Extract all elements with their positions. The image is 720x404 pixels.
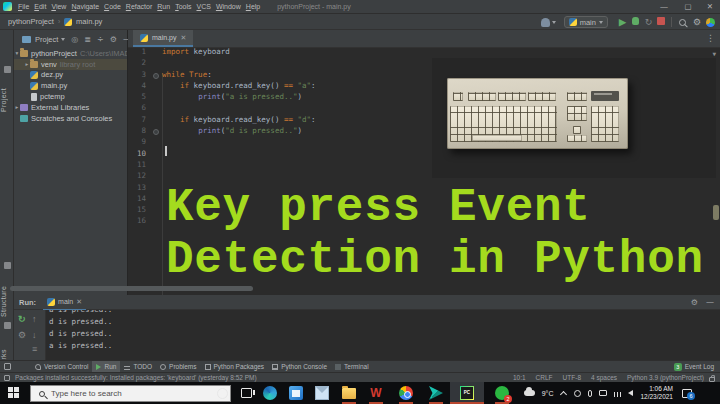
- close-button[interactable]: ✕: [702, 0, 718, 14]
- rerun-icon[interactable]: ↻: [18, 314, 26, 324]
- microsoft-store-icon[interactable]: [289, 386, 303, 400]
- clock[interactable]: 1:06 AM 12/23/2021: [640, 385, 673, 401]
- fold-icon[interactable]: [153, 129, 159, 135]
- quick-share-icon[interactable]: [429, 386, 443, 400]
- expand-all-icon[interactable]: ≣: [84, 35, 91, 44]
- status-segment[interactable]: 4 spaces: [591, 374, 617, 381]
- code-with-me-icon[interactable]: [706, 18, 715, 27]
- menu-edit[interactable]: Edit: [34, 3, 46, 10]
- ime-icon[interactable]: [599, 390, 607, 396]
- chrome-icon[interactable]: [399, 386, 413, 400]
- stop-button[interactable]: [655, 17, 668, 27]
- network-icon[interactable]: [614, 392, 621, 397]
- start-button[interactable]: [8, 387, 19, 398]
- close-icon[interactable]: ✕: [181, 34, 187, 42]
- task-view-icon[interactable]: [241, 388, 252, 398]
- menu-tools[interactable]: Tools: [175, 3, 191, 10]
- stripe-project-label[interactable]: Project: [0, 76, 14, 112]
- collapse-all-icon[interactable]: ÷: [97, 35, 104, 44]
- taskbar-search[interactable]: Type here to search: [30, 385, 231, 402]
- tool-window-python-packages[interactable]: Python Packages: [201, 361, 269, 373]
- project-panel-title[interactable]: Project: [35, 35, 58, 44]
- coverage-button[interactable]: ↻: [642, 17, 655, 27]
- status-segment[interactable]: 10:1: [513, 374, 526, 381]
- menu-run[interactable]: Run: [157, 3, 170, 10]
- line-number: 12: [128, 170, 146, 181]
- tray-icon-battery[interactable]: [574, 390, 581, 397]
- tab-main-py[interactable]: main.py ✕: [133, 30, 193, 47]
- menu-help[interactable]: Help: [246, 3, 260, 10]
- wps-office-icon[interactable]: W: [369, 386, 383, 400]
- tool-window-run[interactable]: Run: [92, 361, 120, 373]
- volume-icon[interactable]: [628, 390, 633, 396]
- libraries-icon: [20, 104, 28, 111]
- edge-browser-icon[interactable]: [263, 386, 277, 400]
- fold-icon[interactable]: [153, 73, 159, 79]
- tool-window-python-console[interactable]: Python Console: [268, 361, 331, 373]
- tree-item-venv[interactable]: ▸venvlibrary root: [14, 59, 127, 70]
- tool-window-todo[interactable]: TODO: [120, 361, 156, 373]
- run-tab-main[interactable]: main ✕: [43, 295, 86, 310]
- menu-view[interactable]: View: [51, 3, 66, 10]
- whatsapp-icon[interactable]: 2: [495, 386, 509, 400]
- run-config-selector[interactable]: main: [564, 16, 608, 28]
- menu-file[interactable]: File: [18, 3, 29, 10]
- notification-center-icon[interactable]: 6: [682, 389, 692, 398]
- file-explorer-icon[interactable]: [342, 388, 356, 399]
- tree-item-dez-py[interactable]: dez.py: [14, 70, 127, 81]
- pycharm-icon[interactable]: PC: [460, 386, 474, 400]
- run-button[interactable]: ▶: [616, 17, 629, 27]
- stripe-structure-label[interactable]: Structure: [0, 271, 14, 317]
- status-message[interactable]: Packages installed successfully: Install…: [15, 374, 257, 381]
- cortana-icon[interactable]: [217, 388, 228, 399]
- breadcrumb-file[interactable]: main.py: [76, 17, 102, 26]
- mail-icon[interactable]: [315, 386, 329, 400]
- menu-code[interactable]: Code: [104, 3, 121, 10]
- search-everywhere-icon[interactable]: [679, 19, 686, 26]
- menu-refactor[interactable]: Refactor: [126, 3, 152, 10]
- locate-file-icon[interactable]: ◎: [71, 35, 78, 44]
- settings-wrench-icon[interactable]: ⚙: [18, 330, 26, 340]
- tree-item-external-libraries[interactable]: ▸External Libraries: [14, 102, 127, 113]
- status-segment[interactable]: Python 3.9 (pythonProject): [627, 374, 704, 381]
- settings-gear-icon[interactable]: ⚙: [110, 35, 117, 44]
- console-output[interactable]: a is pressed..d is pressed..d is pressed…: [46, 310, 720, 360]
- debug-button[interactable]: [629, 17, 642, 27]
- settings-gear-icon[interactable]: ⚙: [693, 17, 701, 27]
- tree-item-main-py[interactable]: main.py: [14, 80, 127, 91]
- menu-window[interactable]: Window: [216, 3, 241, 10]
- tool-window-switcher-icon[interactable]: [4, 363, 11, 370]
- down-stack-icon[interactable]: ↓: [32, 330, 37, 340]
- hide-panel-icon[interactable]: —: [706, 298, 714, 307]
- microphone-icon[interactable]: [588, 390, 592, 397]
- tool-window-terminal[interactable]: Terminal: [331, 361, 373, 373]
- user-icon[interactable]: [541, 18, 550, 27]
- breadcrumb-project[interactable]: pythonProject: [8, 17, 54, 26]
- chevron-up-icon[interactable]: [560, 390, 567, 397]
- up-arrow-key: [573, 126, 581, 134]
- close-icon[interactable]: ✕: [76, 298, 82, 306]
- up-stack-icon[interactable]: ↑: [32, 314, 37, 324]
- maximize-button[interactable]: ▢: [680, 0, 696, 14]
- chevron-down-icon[interactable]: ▼: [712, 50, 716, 57]
- status-segment[interactable]: UTF-8: [563, 374, 581, 381]
- status-segment[interactable]: CRLF: [536, 374, 553, 381]
- python-icon: [569, 18, 577, 26]
- settings-gear-icon[interactable]: ⚙: [691, 298, 698, 307]
- tool-window-label: Terminal: [344, 363, 369, 370]
- weather-cloud-icon[interactable]: [524, 390, 535, 396]
- menu-navigate[interactable]: Navigate: [71, 3, 99, 10]
- lock-icon[interactable]: [709, 377, 715, 382]
- tool-window-problems[interactable]: Problems: [156, 361, 200, 373]
- soft-wrap-icon[interactable]: ≡: [32, 344, 37, 354]
- scrollbar-thumb[interactable]: [713, 205, 719, 220]
- menu-vcs[interactable]: VCS: [197, 3, 211, 10]
- more-options-icon[interactable]: ⋮: [706, 33, 715, 43]
- event-log-button[interactable]: 3 Event Log: [674, 363, 714, 371]
- tree-item-pythonproject[interactable]: ▾pythonProjectC:\Users\IMAD\Py: [14, 48, 127, 59]
- tree-item-pctemp[interactable]: pctemp: [14, 91, 127, 102]
- tree-item-scratches-and-consoles[interactable]: Scratches and Consoles: [14, 113, 127, 124]
- minimize-button[interactable]: —: [656, 0, 672, 14]
- splitter-handle[interactable]: [10, 286, 253, 291]
- tool-window-version-control[interactable]: Version Control: [31, 361, 92, 373]
